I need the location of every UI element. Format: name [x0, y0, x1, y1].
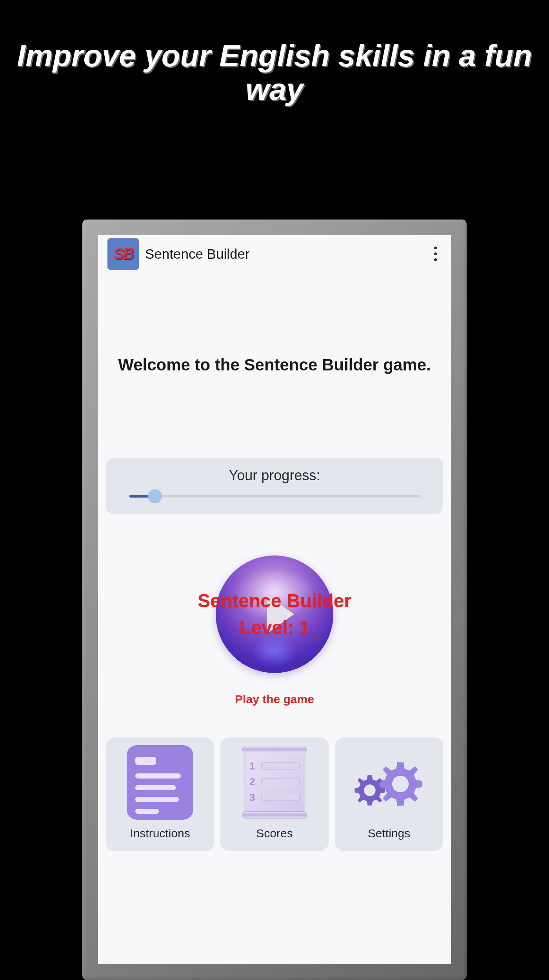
svg-point-0 [392, 775, 409, 792]
promo-headline: Improve your English skills in a fun way [0, 0, 549, 107]
instructions-label: Instructions [130, 827, 190, 840]
scores-label: Scores [256, 827, 293, 840]
slider-track [129, 495, 420, 497]
app-icon: SB [107, 238, 139, 270]
play-button[interactable]: Sentence Builder Level: 1 [106, 548, 443, 681]
slider-thumb[interactable] [148, 489, 162, 503]
progress-label: Your progress: [118, 467, 431, 484]
progress-slider[interactable] [118, 492, 431, 500]
play-overlay-text: Sentence Builder Level: 1 [106, 588, 443, 640]
app-screen: SB Sentence Builder Welcome to the Sente… [98, 235, 451, 964]
app-title: Sentence Builder [145, 246, 423, 262]
settings-label: Settings [368, 827, 410, 840]
welcome-heading: Welcome to the Sentence Builder game. [106, 355, 443, 376]
instructions-button[interactable]: Instructions [106, 737, 214, 851]
scores-button[interactable]: 1 2 3 Scores [220, 737, 329, 851]
gears-icon [352, 747, 426, 818]
progress-card: Your progress: [106, 458, 443, 514]
nav-grid: Instructions 1 2 3 Scores [106, 737, 443, 851]
play-caption: Play the game [106, 693, 443, 706]
document-icon [127, 745, 193, 820]
app-bar: SB Sentence Builder [98, 235, 451, 272]
app-icon-text: SB [113, 245, 133, 263]
settings-button[interactable]: Settings [335, 737, 443, 851]
scroll-icon: 1 2 3 [243, 746, 306, 818]
device-frame: SB Sentence Builder Welcome to the Sente… [82, 220, 467, 980]
svg-point-1 [364, 784, 375, 796]
overflow-menu-icon[interactable] [429, 245, 442, 263]
